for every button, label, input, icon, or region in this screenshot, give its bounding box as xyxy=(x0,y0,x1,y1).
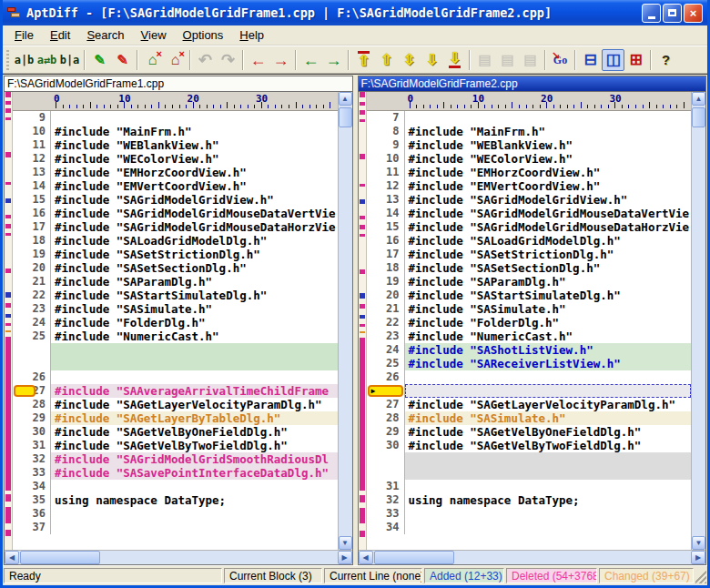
code-text[interactable]: #include "SALoadGridModelDlg.h" xyxy=(51,234,338,248)
line-number[interactable]: 15 xyxy=(13,193,51,207)
code-text[interactable]: #include "WEBlankView.h" xyxy=(405,138,692,152)
edit-left-pane-button[interactable]: ✎ xyxy=(88,49,111,71)
line-number[interactable]: 10 xyxy=(13,125,51,138)
code-text[interactable]: #include "SASimulate.h" xyxy=(405,411,692,425)
code-text[interactable]: #include "MainFrm.h" xyxy=(405,125,692,138)
scroll-right-button[interactable]: ▶ xyxy=(691,551,705,564)
scroll-right-button[interactable]: ▶ xyxy=(338,551,352,564)
code-text[interactable]: #include "SAStartSimulateDlg.h" xyxy=(405,289,692,302)
line-number[interactable]: 33 xyxy=(13,466,51,480)
code-text[interactable]: #include "SAGridModelGridMouseDataVertVi… xyxy=(51,207,338,220)
scroll-left-button[interactable]: ◀ xyxy=(359,551,373,564)
copy-to-right-button[interactable]: → xyxy=(322,49,345,71)
code-text[interactable] xyxy=(51,357,338,370)
save-left-button[interactable]: ▤ xyxy=(473,49,496,71)
scroll-track[interactable] xyxy=(373,551,692,564)
line-number[interactable]: 26 xyxy=(367,370,405,384)
line-number[interactable]: 12 xyxy=(13,152,51,166)
horizontal-layout-button[interactable]: ⊟ xyxy=(579,49,602,71)
code-text[interactable]: using namespace DataType; xyxy=(405,493,692,507)
line-number[interactable]: 16 xyxy=(13,207,51,220)
line-number[interactable]: 20 xyxy=(13,261,51,275)
scroll-thumb[interactable] xyxy=(374,551,454,564)
scroll-track[interactable] xyxy=(339,106,352,536)
code-text[interactable] xyxy=(405,370,692,384)
line-number[interactable]: 9 xyxy=(367,138,405,152)
resize-grip[interactable] xyxy=(695,568,706,583)
menu-file[interactable]: File xyxy=(6,26,42,44)
goto-button[interactable]: Go xyxy=(549,49,572,71)
code-text[interactable]: #include "SAGetLayerVelocityParamDlg.h" xyxy=(51,398,338,411)
code-text[interactable]: #include "SAGridModelGridMouseDataHorzVi… xyxy=(405,220,692,234)
code-text[interactable] xyxy=(405,480,692,493)
line-number[interactable]: 35 xyxy=(13,493,51,507)
code-text[interactable]: #include "SAAverageArrivalTimeChildFrame xyxy=(51,384,338,398)
next-change-button[interactable]: → xyxy=(269,49,292,71)
menu-view[interactable]: View xyxy=(133,26,175,44)
line-number[interactable]: 12 xyxy=(367,179,405,193)
code-text[interactable] xyxy=(405,452,692,466)
code-text[interactable]: #include "FolderDlg.h" xyxy=(51,316,338,329)
line-number[interactable]: 33 xyxy=(367,507,405,521)
line-number[interactable]: 28 xyxy=(13,398,51,411)
maximize-button[interactable] xyxy=(663,4,682,23)
line-number[interactable]: ▶ xyxy=(367,384,405,398)
code-text[interactable]: #include "SAGetVelByOneFieldDlg.h" xyxy=(405,425,692,439)
menu-options[interactable]: Options xyxy=(175,26,232,44)
line-number[interactable]: 25 xyxy=(367,357,405,370)
scroll-up-button[interactable]: ▲ xyxy=(339,92,352,106)
code-text[interactable] xyxy=(405,466,692,480)
line-number[interactable]: 7 xyxy=(367,111,405,125)
code-text[interactable]: #include "SAReceiverListView.h" xyxy=(405,357,692,370)
previous-difference-button[interactable]: ⇧ xyxy=(375,49,398,71)
menu-help[interactable]: Help xyxy=(231,26,272,44)
code-text[interactable]: #include "SALoadGridModelDlg.h" xyxy=(405,234,692,248)
line-number[interactable]: 30 xyxy=(13,425,51,439)
line-number[interactable]: 18 xyxy=(13,234,51,248)
code-text[interactable]: #include "SAGridModelGridView.h" xyxy=(51,193,338,207)
line-number[interactable]: 15 xyxy=(367,220,405,234)
line-number[interactable]: 36 xyxy=(13,507,51,521)
code-text[interactable]: #include "SAGetVelByTwoFieldDlg.h" xyxy=(405,439,692,452)
line-number[interactable]: 34 xyxy=(13,480,51,493)
code-text[interactable]: #include "SASetSectionDlg.h" xyxy=(51,261,338,275)
line-number[interactable]: 13 xyxy=(367,193,405,207)
next-difference-button[interactable]: ⇩ xyxy=(421,49,443,71)
previous-change-button[interactable]: ← xyxy=(247,49,269,71)
line-number[interactable]: 19 xyxy=(13,248,51,261)
code-text[interactable]: #include "SAShotListView.h" xyxy=(405,343,692,357)
line-number[interactable]: 24 xyxy=(13,316,51,329)
code-text[interactable] xyxy=(405,521,692,534)
line-number[interactable] xyxy=(367,466,405,480)
code-text[interactable]: #include "SAGetVelByOneFieldDlg.h" xyxy=(51,425,338,439)
code-text[interactable]: #include "FolderDlg.h" xyxy=(405,316,692,329)
code-text[interactable]: #include "SASetStrictionDlg.h" xyxy=(51,248,338,261)
code-text[interactable]: #include "EMVertCoordView.h" xyxy=(51,179,338,193)
scroll-thumb[interactable] xyxy=(339,107,352,127)
code-text[interactable] xyxy=(51,370,338,384)
line-number[interactable]: 19 xyxy=(367,275,405,289)
scroll-thumb[interactable] xyxy=(692,107,705,127)
code-text[interactable] xyxy=(51,521,338,534)
code-text[interactable]: #include "WEColorView.h" xyxy=(51,152,338,166)
merge-view-button[interactable]: ⊞ xyxy=(624,49,647,71)
line-number[interactable]: 30 xyxy=(367,439,405,452)
scroll-left-button[interactable]: ◀ xyxy=(5,551,19,564)
line-number[interactable]: 27 xyxy=(367,398,405,411)
line-number[interactable]: 22 xyxy=(13,289,51,302)
code-text[interactable]: #include "SAGetVelByTwoFieldDlg.h" xyxy=(51,439,338,452)
close-button[interactable]: × xyxy=(684,4,703,23)
line-number[interactable]: 31 xyxy=(367,480,405,493)
line-number[interactable]: 13 xyxy=(13,166,51,179)
code-text[interactable]: #include "SAGridModelGridMouseDataHorzVi… xyxy=(51,220,338,234)
code-text[interactable]: #include "SASavePointInterfaceDataDlg.h" xyxy=(51,466,338,480)
recompare-button[interactable]: a⇄b xyxy=(36,49,58,71)
code-text[interactable] xyxy=(405,111,692,125)
code-text[interactable]: #include "SASimulate.h" xyxy=(51,302,338,316)
line-number[interactable]: 32 xyxy=(367,493,405,507)
code-text[interactable]: #include "SAParamDlg.h" xyxy=(405,275,692,289)
code-text[interactable]: #include "EMHorzCoordView.h" xyxy=(51,166,338,179)
code-text[interactable]: #include "NumericCast.h" xyxy=(405,329,692,343)
code-text[interactable]: #include "WEBlankView.h" xyxy=(51,138,338,152)
code-text[interactable] xyxy=(51,111,338,125)
